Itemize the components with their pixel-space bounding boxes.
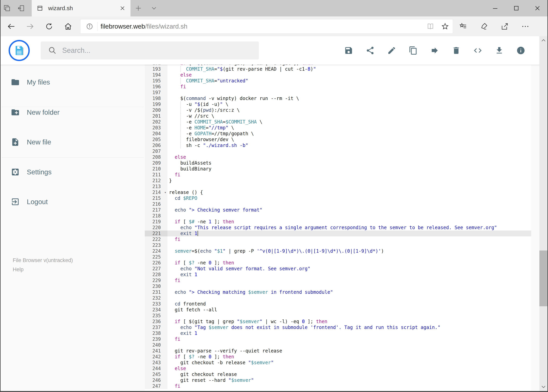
code-line-text[interactable]: } <box>167 178 531 184</box>
code-line[interactable]: 210 buildBinary <box>145 166 531 172</box>
line-number[interactable]: 226 <box>145 260 167 266</box>
code-line-text[interactable]: cd frontend <box>167 301 531 307</box>
code-line-text[interactable]: fi <box>167 172 531 178</box>
tab-close-icon[interactable] <box>119 5 125 11</box>
code-line[interactable]: 220 echo "This release script requires a… <box>145 225 531 231</box>
code-line-text[interactable]: if [ $? -ne 0 ]; then <box>167 354 531 360</box>
line-number[interactable]: 225 <box>145 254 167 260</box>
code-line-text[interactable]: fi <box>167 278 531 283</box>
line-number[interactable]: 224 <box>145 248 167 254</box>
reading-view-icon[interactable] <box>427 22 434 30</box>
code-line-text[interactable]: fi <box>167 84 531 90</box>
code-line-text[interactable]: git reset --hard "$semver" <box>167 377 531 383</box>
code-line-text[interactable] <box>167 148 531 154</box>
line-number[interactable]: 214▾ <box>145 189 167 195</box>
line-number[interactable]: 215 <box>145 195 167 201</box>
code-line-text[interactable]: if [ $(git tag | grep "$semver" | wc -l)… <box>167 319 531 324</box>
line-number[interactable]: 247 <box>145 383 167 389</box>
code-line-text[interactable]: echo "> Checking matching $semver in fro… <box>167 289 531 295</box>
line-number[interactable]: 245 <box>145 371 167 377</box>
tab-list-chevron-icon[interactable] <box>146 0 162 16</box>
save-button[interactable] <box>344 46 353 55</box>
code-line[interactable]: 222 fi <box>145 236 531 242</box>
fold-toggle-icon[interactable]: ▾ <box>164 189 166 195</box>
code-line-text[interactable] <box>167 342 531 348</box>
line-number[interactable]: 242 <box>145 354 167 360</box>
code-line[interactable]: 201 -w //src \ <box>145 113 531 119</box>
code-line-text[interactable]: git fetch --all <box>167 307 531 313</box>
line-number[interactable]: 217 <box>145 207 167 213</box>
code-line[interactable]: 243 git checkout -b release "$semver" <box>145 360 531 366</box>
scrollbar-thumb[interactable] <box>539 251 548 306</box>
code-line[interactable]: 227 echo "Not valid semver format. See s… <box>145 266 531 272</box>
refresh-icon[interactable] <box>40 22 58 30</box>
code-line[interactable]: 233 cd frontend <box>145 301 531 307</box>
code-line[interactable]: 215 cd $REPO <box>145 195 531 201</box>
code-line[interactable]: 193 COMMIT_SHA="$(git rev-parse HEAD | c… <box>145 66 531 72</box>
code-line-text[interactable] <box>167 213 531 219</box>
help-link[interactable]: Help <box>13 266 73 273</box>
line-number[interactable]: 231 <box>145 289 167 295</box>
code-line[interactable]: 219 if [ $# -ne 1 ]; then <box>145 219 531 225</box>
code-line-text[interactable]: fi <box>167 236 531 242</box>
download-button[interactable] <box>495 46 504 55</box>
code-line[interactable]: 247 fi <box>145 383 531 389</box>
line-number[interactable]: 203 <box>145 125 167 131</box>
code-line-text[interactable]: echo "Tag $semver does not exist in subm… <box>167 324 531 330</box>
code-line[interactable]: 198 $(command -v winpty) docker run --rm… <box>145 96 531 101</box>
line-number[interactable]: 198 <box>145 96 167 101</box>
line-number[interactable]: 230 <box>145 283 167 289</box>
line-number[interactable]: 211 <box>145 172 167 178</box>
code-line-text[interactable]: else <box>167 154 531 160</box>
code-line-text[interactable] <box>167 313 531 319</box>
line-number[interactable]: 244 <box>145 366 167 371</box>
code-line[interactable]: 218 <box>145 213 531 219</box>
move-button[interactable] <box>430 46 439 55</box>
code-line-text[interactable] <box>167 254 531 260</box>
code-line-text[interactable]: release () { <box>167 189 531 195</box>
code-line[interactable]: 195 COMMIT_SHA="untracked" <box>145 78 531 84</box>
line-number[interactable]: 223 <box>145 242 167 248</box>
line-number[interactable]: 227 <box>145 266 167 272</box>
code-line-text[interactable]: exit 1 <box>167 330 531 336</box>
code-line[interactable]: 240 <box>145 342 531 348</box>
line-number[interactable]: 246 <box>145 377 167 383</box>
vertical-scrollbar[interactable] <box>539 36 548 391</box>
line-number[interactable]: 205 <box>145 137 167 142</box>
code-line-text[interactable]: -e COMMIT_SHA=$COMMIT_SHA \ <box>167 119 531 125</box>
line-number[interactable]: 220 <box>145 225 167 231</box>
tab-preview-icon[interactable] <box>0 0 14 16</box>
code-line-text[interactable]: git checkout -b release "$semver" <box>167 360 531 366</box>
line-number[interactable]: 233 <box>145 301 167 307</box>
line-number[interactable]: 195 <box>145 78 167 84</box>
code-line[interactable]: 239 fi <box>145 336 531 342</box>
line-number[interactable]: 192 <box>145 65 167 66</box>
share-button[interactable] <box>366 46 375 55</box>
code-line-text[interactable]: buildBinary <box>167 166 531 172</box>
line-number[interactable]: 234 <box>145 307 167 313</box>
code-line[interactable]: 209 buildAssets <box>145 160 531 166</box>
line-number[interactable]: 228 <box>145 272 167 278</box>
line-number[interactable]: 201 <box>145 113 167 119</box>
line-number[interactable]: 202 <box>145 119 167 125</box>
line-number[interactable]: 200 <box>145 107 167 113</box>
line-number[interactable]: 207 <box>145 148 167 154</box>
code-line[interactable]: 238 exit 1 <box>145 330 531 336</box>
line-number[interactable]: 241 <box>145 348 167 354</box>
code-line-text[interactable]: COMMIT_SHA="$(git rev-parse HEAD | cut -… <box>167 66 531 72</box>
code-line[interactable]: 225 <box>145 254 531 260</box>
share-page-icon[interactable] <box>500 22 509 31</box>
sidebar-item-logout[interactable]: Logout <box>0 197 145 206</box>
code-line-text[interactable]: else <box>167 366 531 371</box>
line-number[interactable]: 218 <box>145 213 167 219</box>
code-line[interactable]: 231 echo "> Checking matching $semver in… <box>145 289 531 295</box>
line-number[interactable]: 232 <box>145 295 167 301</box>
url-field[interactable]: filebrowser.web/files/wizard.sh <box>80 19 453 34</box>
code-line[interactable]: 194 else <box>145 72 531 78</box>
code-line-text[interactable]: filebrowser/dev \ <box>167 137 531 142</box>
line-number[interactable]: 235 <box>145 313 167 319</box>
filebrowser-logo[interactable] <box>9 40 30 61</box>
active-tab[interactable]: wizard.sh <box>32 0 131 16</box>
line-number[interactable]: 193 <box>145 66 167 72</box>
code-line-text[interactable]: semver=$(echo "$1" | grep -P '^v(0|[1-9]… <box>167 248 531 254</box>
